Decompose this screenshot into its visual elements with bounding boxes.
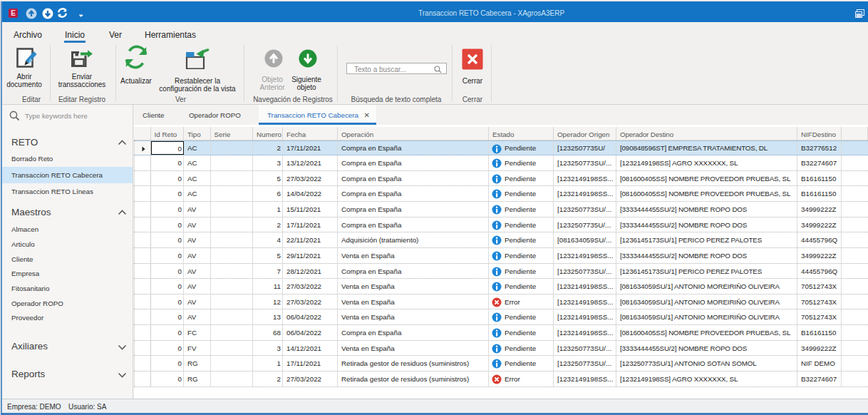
svg-text:E: E bbox=[11, 9, 16, 17]
